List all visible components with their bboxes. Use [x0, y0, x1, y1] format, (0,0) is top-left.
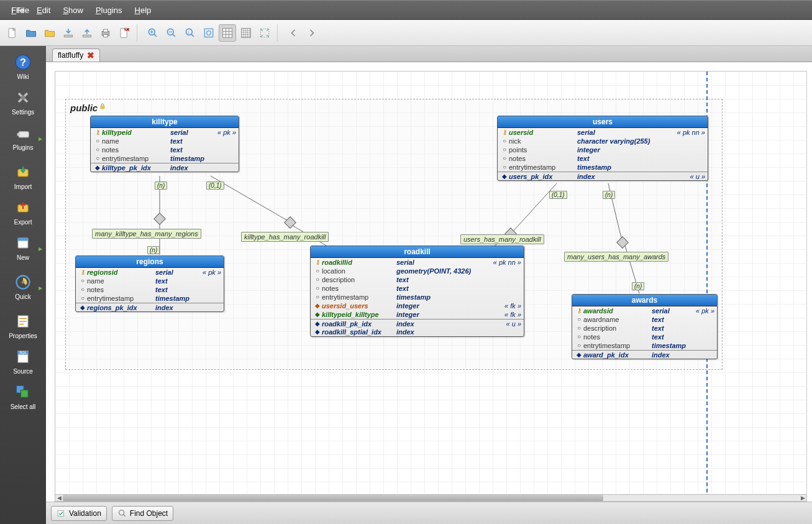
sidebar-export[interactable]: Export [3, 196, 43, 228]
cardinality-label: (0,1) [549, 191, 567, 199]
cardinality-label: (0,1) [206, 182, 224, 190]
import-button[interactable] [60, 24, 77, 42]
sidebar-import[interactable]: Import [3, 161, 43, 193]
relation-label[interactable]: many_killtype_has_many_regions [92, 229, 201, 239]
fk-icon: ◆ [313, 310, 322, 319]
sidebar-wiki[interactable]: ?Wiki [3, 51, 43, 83]
svg-point-11 [207, 30, 211, 35]
close-tab-icon[interactable]: ✖ [87, 52, 94, 58]
lock-icon [99, 101, 106, 112]
pk-icon: ⚷ [93, 128, 102, 137]
cardinality-label: (n) [632, 282, 644, 290]
svg-rect-2 [104, 29, 108, 32]
tab-label: flatfluffy [58, 51, 83, 60]
table-roadkill[interactable]: roadkill ⚷roadkillidserial« pk nn » ○loc… [310, 246, 524, 337]
export-button[interactable] [78, 24, 96, 42]
index-icon: ◆ [78, 303, 87, 312]
index-icon: ◆ [313, 319, 322, 328]
svg-point-17 [21, 96, 25, 100]
schema-label: public [70, 101, 106, 113]
svg-rect-32 [101, 106, 104, 109]
cardinality-label: (n) [603, 191, 615, 199]
zoom-reset-button[interactable]: 1 [181, 24, 199, 42]
table-awards[interactable]: awards ⚷awardsidserial« pk » ○awardnamet… [572, 294, 718, 359]
tab-flatfluffy[interactable]: flatfluffy ✖ [52, 48, 100, 62]
svg-rect-13 [242, 28, 251, 37]
sidebar-new[interactable]: New [3, 232, 43, 264]
menu-file[interactable]: File [5, 3, 30, 17]
menu-bar: File Edit Show Plugins Help [0, 0, 812, 20]
cardinality-label: (n) [147, 246, 160, 254]
sidebar-settings[interactable]: Settings [3, 86, 43, 118]
pk-icon: ⚷ [313, 258, 322, 267]
svg-rect-3 [104, 34, 108, 37]
validation-icon [57, 508, 66, 518]
table-killtype[interactable]: killtype ⚷killtypeidserial« pk » ○namete… [90, 116, 239, 172]
grid-large-button[interactable] [219, 24, 236, 42]
svg-rect-18 [19, 132, 29, 137]
menu-help[interactable]: Help [129, 3, 158, 17]
zoom-out-button[interactable] [163, 24, 180, 42]
scroll-right-icon[interactable]: ▶ [799, 495, 806, 501]
svg-rect-10 [204, 29, 212, 37]
svg-point-25 [22, 281, 25, 284]
scrollbar-thumb[interactable] [63, 495, 603, 501]
relation-label[interactable]: killtype_has_many_roadkill [241, 232, 329, 242]
index-icon: ◆ [500, 172, 509, 181]
menu-show[interactable]: Show [57, 3, 89, 17]
sidebar: ?Wiki Settings Plugins ▶ Import Export N… [0, 46, 46, 524]
find-object-button[interactable]: Find Object [112, 506, 173, 521]
table-title: regions [76, 256, 224, 268]
sidebar-source[interactable]: SQLSource [3, 346, 43, 377]
table-title: roadkill [311, 246, 524, 258]
svg-rect-19 [17, 133, 21, 136]
horizontal-scrollbar[interactable]: ◀ ▶ [55, 494, 807, 502]
open-file-button[interactable] [22, 24, 40, 42]
svg-rect-12 [223, 28, 232, 37]
zoom-fit-button[interactable] [200, 24, 217, 42]
toolbar: ✖ 1 [0, 20, 812, 46]
svg-text:1: 1 [188, 30, 189, 34]
index-icon: ◆ [93, 163, 102, 172]
fk-icon: ◆ [313, 301, 322, 310]
table-regions[interactable]: regions ⚷regionsidserial« pk » ○nametext… [75, 255, 224, 312]
save-button[interactable]: ✖ [116, 24, 133, 42]
menu-plugins[interactable]: Plugins [89, 3, 129, 17]
open-recent-button[interactable] [41, 24, 58, 42]
status-bar: Validation Find Object [46, 502, 812, 524]
svg-rect-33 [58, 510, 63, 516]
menu-edit[interactable]: Edit [30, 3, 57, 17]
sidebar-plugins[interactable]: Plugins [3, 122, 43, 154]
table-title: users [498, 116, 708, 128]
tab-bar: flatfluffy ✖ [46, 46, 812, 62]
svg-text:SQL: SQL [19, 351, 27, 354]
table-users[interactable]: users ⚷usersidserial« pk nn » ○nickchara… [497, 116, 708, 181]
sidebar-properties[interactable]: Properties [3, 310, 43, 342]
svg-text:✖: ✖ [126, 27, 130, 31]
fit-screen-button[interactable] [256, 24, 273, 42]
index-icon: ◆ [575, 351, 583, 359]
search-icon [117, 508, 127, 518]
sidebar-quick[interactable]: Quick [3, 271, 43, 303]
diagram-canvas[interactable]: public [55, 71, 807, 497]
grid-small-button[interactable] [237, 24, 255, 42]
relation-label[interactable]: many_users_has_many_awards [564, 252, 668, 262]
table-title: awards [572, 295, 717, 306]
next-button[interactable] [303, 24, 321, 42]
main-area: ?Wiki Settings Plugins ▶ Import Export N… [0, 46, 812, 524]
cardinality-label: (n) [155, 182, 167, 190]
pk-icon: ⚷ [500, 128, 509, 137]
scroll-left-icon[interactable]: ◀ [55, 495, 63, 501]
content-area: flatfluffy ✖ public [46, 46, 812, 524]
prev-button[interactable] [285, 24, 302, 42]
svg-text:?: ? [20, 57, 26, 68]
index-icon: ◆ [313, 328, 322, 336]
pk-icon: ⚷ [575, 306, 583, 315]
relation-label[interactable]: users_has_many_roadkill [460, 234, 544, 244]
print-button[interactable] [97, 24, 114, 42]
table-title: killtype [91, 116, 239, 128]
sidebar-selectall[interactable]: Select all [3, 381, 43, 413]
validation-button[interactable]: Validation [51, 506, 107, 521]
new-file-button[interactable] [4, 24, 21, 42]
zoom-in-button[interactable] [144, 24, 162, 42]
